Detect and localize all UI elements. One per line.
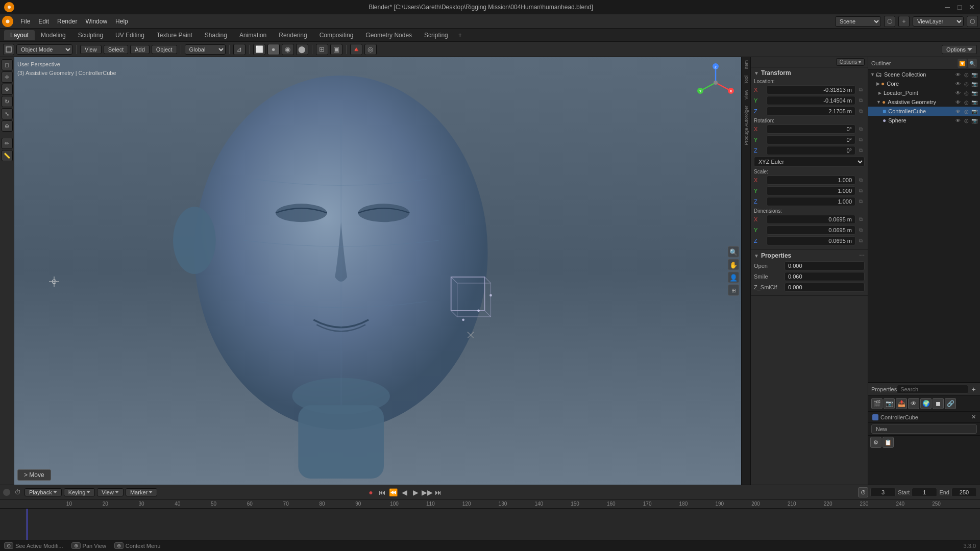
viewlayer-select[interactable]: ViewLayer — [913, 16, 964, 27]
scene-vis-select[interactable]: ◎ — [963, 71, 970, 78]
rot-x-input[interactable] — [767, 124, 855, 134]
tab-modeling[interactable]: Modeling — [35, 30, 72, 40]
scale-tool-btn[interactable]: ⤡ — [2, 108, 13, 119]
add-button[interactable]: Add — [130, 45, 150, 54]
step-next-btn[interactable]: ▶▶ — [422, 487, 432, 497]
timeline-mode-icon[interactable] — [3, 489, 10, 496]
transform-header[interactable]: ▼ Transform — [754, 69, 865, 77]
menu-render[interactable]: Render — [53, 17, 81, 26]
sphere-vis-render[interactable]: 📷 — [971, 117, 978, 124]
snap-btn[interactable]: 🔺 — [350, 44, 362, 55]
loc-x-copy-icon[interactable]: ⧉ — [856, 86, 865, 94]
object-button[interactable]: Object — [152, 45, 177, 54]
object-mode-select[interactable]: Object Mode — [16, 44, 72, 55]
dim-z-input[interactable] — [767, 236, 855, 245]
keying-menu[interactable]: Keying — [64, 488, 95, 496]
scale-x-input[interactable] — [767, 176, 855, 185]
scale-z-copy-icon[interactable]: ⧉ — [856, 197, 865, 206]
loc-y-input[interactable] — [767, 96, 855, 105]
dim-y-input[interactable] — [767, 226, 855, 235]
zoom-icon[interactable]: 🔍 — [728, 246, 739, 258]
select-button[interactable]: Select — [104, 45, 129, 54]
current-frame-input[interactable] — [870, 488, 896, 497]
outliner-item-scene-collection[interactable]: ▼ 🗂 Scene Collection 👁 ◎ 📷 — [868, 70, 980, 79]
assistive-vis-eye[interactable]: 👁 — [954, 98, 962, 106]
marker-menu[interactable]: Marker — [126, 488, 157, 496]
side-label-view[interactable]: View — [743, 87, 750, 103]
viewport-gizmo[interactable]: Z X Y — [695, 62, 736, 103]
locator-vis-eye[interactable]: 👁 — [954, 89, 962, 96]
select-tool-btn[interactable]: ◻ — [2, 59, 13, 70]
annotate-btn[interactable]: ✏ — [2, 138, 13, 149]
playback-menu[interactable]: Playback — [24, 488, 62, 496]
loc-z-copy-icon[interactable]: ⧉ — [856, 107, 865, 115]
pb-search-input[interactable] — [897, 385, 968, 394]
active-object-expand[interactable]: ✕ — [971, 414, 976, 420]
properties-options-btn[interactable]: Options ▾ — [836, 58, 865, 66]
minimize-button[interactable]: ─ — [943, 3, 951, 11]
step-prev-btn[interactable]: ◀ — [400, 487, 410, 497]
loc-z-input[interactable] — [767, 107, 855, 116]
options-button[interactable]: Options — [942, 45, 977, 54]
outliner-item-core[interactable]: ▶ ● Core 👁 ◎ 📷 — [868, 79, 980, 88]
prop-icon-world[interactable]: 🌍 — [920, 398, 932, 409]
loc-y-copy-icon[interactable]: ⧉ — [856, 96, 865, 105]
scene-icon[interactable]: ⬡ — [884, 16, 895, 27]
side-label-autorig[interactable]: Produge Autoroiger — [743, 103, 750, 148]
scale-y-copy-icon[interactable]: ⧉ — [856, 187, 865, 195]
scale-x-copy-icon[interactable]: ⧉ — [856, 176, 865, 184]
overlay-btn[interactable]: ⊞ — [316, 44, 328, 55]
strip-icon2[interactable]: 📋 — [883, 437, 894, 448]
view-button[interactable]: View — [80, 45, 102, 54]
pan-icon[interactable]: ✋ — [728, 259, 739, 270]
tab-rendering[interactable]: Rendering — [273, 30, 313, 40]
tab-shading[interactable]: Shading — [199, 30, 233, 40]
locator-vis-select[interactable]: ◎ — [963, 89, 970, 96]
outliner-item-sphere[interactable]: ● Sphere 👁 ◎ 📷 — [868, 116, 980, 125]
rendered-btn[interactable]: ⬤ — [296, 44, 308, 55]
outliner-item-controllercube[interactable]: ■ ControllerCube 👁 ◎ 📷 — [868, 107, 980, 116]
move-tool-btn[interactable]: ✥ — [2, 84, 13, 95]
measure-btn[interactable]: 📏 — [2, 150, 13, 161]
open-input[interactable] — [785, 261, 865, 270]
rot-z-input[interactable] — [767, 146, 855, 155]
orbit-icon[interactable]: 👤 — [728, 272, 739, 283]
scene-select[interactable]: Scene — [835, 16, 881, 27]
tab-geometry-nodes[interactable]: Geometry Nodes — [359, 30, 418, 40]
proportional-btn[interactable]: ◎ — [364, 44, 377, 55]
rot-z-copy-icon[interactable]: ⧉ — [856, 146, 865, 155]
outliner-item-locator[interactable]: ▸ Locator_Point 👁 ◎ 📷 — [868, 88, 980, 97]
rot-y-copy-icon[interactable]: ⧉ — [856, 136, 865, 144]
view-menu[interactable]: View — [97, 488, 124, 496]
prop-icon-render[interactable]: 📷 — [884, 398, 895, 409]
record-btn[interactable]: ● — [366, 487, 376, 497]
end-frame-input[interactable] — [951, 488, 977, 497]
viewport-3d[interactable]: User Perspective (3) Assistive Geometry … — [14, 57, 741, 485]
transform-pivot-icon[interactable]: ⊿ — [233, 44, 246, 55]
rotation-mode-select[interactable]: XYZ Euler — [754, 157, 865, 167]
tab-animation[interactable]: Animation — [233, 30, 273, 40]
step-back-btn[interactable]: ⏪ — [388, 487, 399, 497]
start-frame-input[interactable] — [912, 488, 937, 497]
core-vis-render[interactable]: 📷 — [971, 80, 978, 87]
cursor-tool-btn[interactable]: ✛ — [2, 71, 13, 83]
menu-edit[interactable]: Edit — [34, 17, 53, 26]
tab-uv-editing[interactable]: UV Editing — [109, 30, 151, 40]
strip-icon1[interactable]: ⚙ — [870, 437, 881, 448]
wireframe-btn[interactable]: ⬜ — [253, 44, 265, 55]
loc-x-input[interactable] — [767, 85, 855, 94]
core-vis-eye[interactable]: 👁 — [954, 80, 962, 87]
rot-x-copy-icon[interactable]: ⧉ — [856, 125, 865, 133]
transform-select[interactable]: Global — [185, 44, 226, 55]
scene-add-icon[interactable]: + — [898, 16, 910, 27]
prop-icon-object[interactable]: ◼ — [933, 398, 944, 409]
sphere-vis-select[interactable]: ◎ — [963, 117, 970, 124]
prop-icon-constraint[interactable]: 🔗 — [945, 398, 956, 409]
jump-start-btn[interactable]: ⏮ — [377, 487, 387, 497]
prop-icon-scene[interactable]: 🎬 — [871, 398, 883, 409]
dim-x-input[interactable] — [767, 215, 855, 224]
smile-input[interactable] — [785, 272, 865, 281]
move-label[interactable]: > Move — [17, 469, 51, 481]
cc-vis-eye[interactable]: 👁 — [954, 108, 962, 115]
side-label-item[interactable]: Item — [743, 57, 750, 72]
